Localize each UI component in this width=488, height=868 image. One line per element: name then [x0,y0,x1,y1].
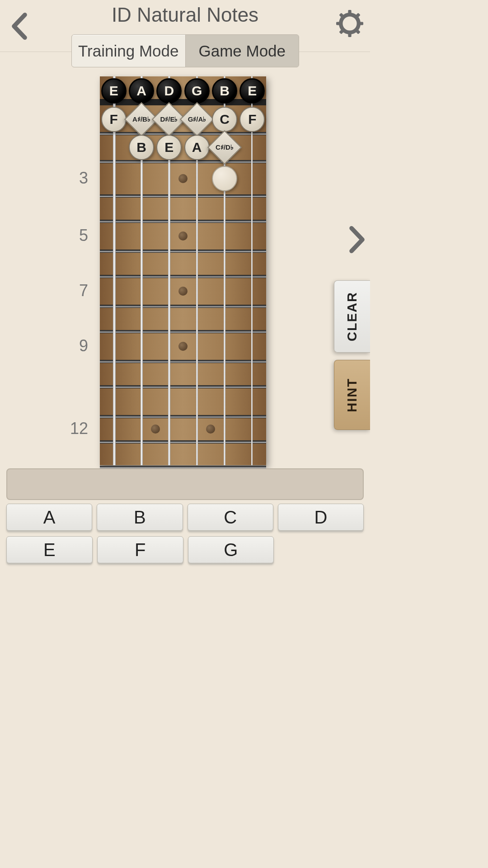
fret-inlay [151,425,160,434]
tab-game-mode[interactable]: Game Mode [186,35,299,67]
fret-wire [100,275,266,278]
settings-button[interactable] [336,10,363,37]
answer-button-b[interactable]: B [97,504,183,531]
fret-wire [100,194,266,198]
open-string-note[interactable]: E [101,78,127,104]
fret-wire [100,385,266,388]
answer-display [6,468,364,500]
fret-inlay [178,174,188,183]
fret-inlay [178,342,188,351]
fret-note-label: A♯/B♭ [132,115,150,123]
string [113,76,116,465]
next-button[interactable] [346,226,368,253]
fret-number-label: 3 [79,169,88,188]
open-string-note[interactable]: E [239,78,265,104]
fret-number-label: 5 [79,226,88,245]
fretboard-area: 357912 EADGBEFA♯/B♭D♯/E♭G♯/A♭CFBEAC♯/D♭ [0,67,370,465]
open-string-note[interactable]: G [184,78,210,104]
mode-segmented-control: Training Mode Game Mode [71,34,299,67]
fret-number-label: 7 [79,281,88,300]
fret-wire [100,360,266,363]
fret-note[interactable]: A [184,135,210,160]
answer-button-e[interactable]: E [6,536,93,563]
svg-rect-1 [348,10,351,15]
fret-inlay [178,231,188,241]
string [251,76,253,465]
fret-wire [100,160,266,163]
svg-rect-4 [358,22,363,25]
fret-note[interactable]: C [212,107,237,132]
svg-point-9 [346,20,354,28]
fret-wire [100,305,266,308]
clear-button-label: CLEAR [345,292,360,341]
hint-button-label: HINT [345,378,360,412]
page-title: ID Natural Notes [0,4,370,26]
fret-number-label: 9 [79,336,88,355]
fretboard-nut [100,99,266,105]
hint-button[interactable]: HINT [334,360,370,430]
fret-wire [100,250,266,253]
fret-note-label: D♯/E♭ [160,115,178,123]
gear-icon [336,10,363,37]
fret-wire [100,330,266,333]
chevron-right-icon [346,226,368,253]
open-string-note[interactable]: A [129,78,154,104]
answer-button-d[interactable]: D [278,504,364,531]
fret-note[interactable]: F [239,107,265,132]
fret-note[interactable]: E [156,135,182,160]
answer-button-c[interactable]: C [188,504,273,531]
fret-note[interactable]: F [101,107,127,132]
fret-wire [100,220,266,223]
clear-button[interactable]: CLEAR [334,280,370,353]
spacer [278,536,364,563]
svg-rect-2 [348,32,351,37]
question-note-marker[interactable] [212,166,237,191]
open-string-note[interactable]: B [212,78,237,104]
answer-button-f[interactable]: F [97,536,183,563]
fret-inlay [178,287,188,296]
fret-note[interactable]: B [129,135,154,160]
tab-training-mode[interactable]: Training Mode [72,35,186,67]
open-string-note[interactable]: D [156,78,182,104]
answer-button-g[interactable]: G [188,536,274,563]
fret-note-label: G♯/A♭ [188,115,206,123]
fret-wire [100,415,266,418]
svg-rect-3 [336,22,342,25]
answer-buttons: ABCD EFG [6,504,364,569]
fret-wire [100,132,266,135]
fret-wire [100,440,266,443]
fret-number-label: 12 [70,419,88,438]
fret-note-label: C♯/D♭ [216,143,234,151]
answer-button-a[interactable]: A [6,504,92,531]
